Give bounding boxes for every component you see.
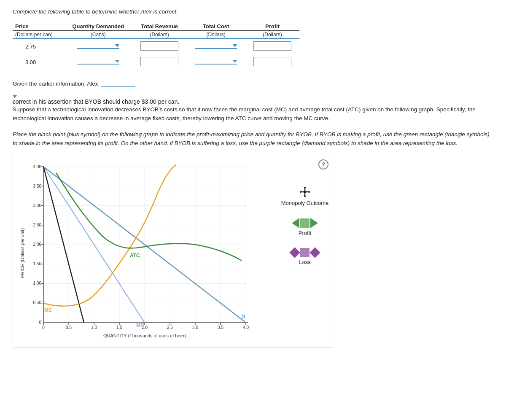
profit-input-cell-1 <box>245 38 299 54</box>
qty-dropdown-1[interactable] <box>77 44 119 49</box>
qty-dropdown-2[interactable] <box>77 60 119 65</box>
y-tick-350: 3.50 <box>33 184 42 188</box>
svg-point-41 <box>308 191 310 193</box>
cost-dropdown-arrow-1[interactable] <box>233 44 237 47</box>
alex-paragraph: Given the earlier information, Alex <box>13 79 493 89</box>
svg-point-38 <box>304 187 306 188</box>
graph-inner: PRICE (Dollars per unit) <box>18 160 328 343</box>
chart-area: PRICE (Dollars per unit) <box>18 160 263 343</box>
profit-rect <box>300 218 310 228</box>
cost-dropdown-cell-1 <box>186 38 245 54</box>
monopoly-label: Monopoly Outcome <box>281 200 329 206</box>
legend-loss: Loss <box>271 248 339 265</box>
x-tick-25: 2.5 <box>167 325 173 330</box>
para1: Suppose that a technological innovation … <box>13 105 493 123</box>
y-tick-400: 4.00 <box>33 164 42 169</box>
data-table: Price Quantity Demanded Total Revenue To… <box>13 22 299 70</box>
col-cost-subheader: (Dollars) <box>186 31 245 38</box>
y-tick-300: 3.00 <box>33 203 42 208</box>
col-cost-header: Total Cost <box>186 22 245 31</box>
x-axis-label: QUANTITY (Thousands of cans of beer) <box>103 333 186 338</box>
svg-point-37 <box>304 191 306 193</box>
y-tick-250: 2.50 <box>33 223 42 227</box>
col-revenue-header: Total Revenue <box>132 22 186 31</box>
help-button[interactable]: ? <box>318 159 328 170</box>
x-tick-05: 0.5 <box>66 325 72 330</box>
legend-profit: Profit <box>271 218 339 236</box>
profit-label: Profit <box>299 230 311 236</box>
y-tick-100: 1.00 <box>33 281 42 285</box>
x-tick-10: 1.0 <box>91 325 97 330</box>
legend: Monopoly Outcome Profit Loss <box>271 160 339 343</box>
atc-label: ATC <box>130 253 140 258</box>
x-tick-15: 1.5 <box>116 325 122 330</box>
chart-svg[interactable]: PRICE (Dollars per unit) <box>18 160 263 342</box>
legend-monopoly: Monopoly Outcome <box>271 186 339 206</box>
x-tick-30: 3.0 <box>192 325 198 330</box>
col-price-subheader: (Dollars per can) <box>13 31 64 38</box>
table-row: 2.75 <box>13 38 299 54</box>
cost-dropdown-1[interactable] <box>195 44 237 49</box>
profit-tri-left <box>292 218 299 228</box>
price-cell-2: 3.00 <box>13 54 64 70</box>
svg-point-39 <box>304 195 306 197</box>
price-cell-1: 2.75 <box>13 38 64 54</box>
mc-label: MC <box>44 307 52 313</box>
col-qty-header: Quantity Demanded <box>64 22 133 31</box>
qty-dropdown-arrow-1[interactable] <box>115 44 119 47</box>
qty-dropdown-arrow-2[interactable] <box>115 60 119 63</box>
loss-diamond-left <box>289 247 300 258</box>
x-tick-0: 0 <box>42 325 45 330</box>
monopoly-icon <box>299 186 311 198</box>
cost-dropdown-cell-2 <box>186 54 245 70</box>
svg-point-40 <box>300 191 301 193</box>
x-tick-35: 3.5 <box>218 325 223 330</box>
revenue-input-1[interactable] <box>140 41 178 51</box>
col-profit-subheader: (Dollars) <box>245 31 299 38</box>
mr-label: MR <box>136 322 144 328</box>
alex-dropdown-arrow[interactable] <box>13 95 17 98</box>
loss-icon <box>291 248 319 257</box>
crosshair-svg <box>299 186 311 198</box>
revenue-input-cell-2 <box>132 54 186 70</box>
d-label: D <box>242 314 245 320</box>
y-tick-150: 1.50 <box>33 261 42 266</box>
profit-input-2[interactable] <box>253 57 291 66</box>
col-profit-header: Profit <box>245 22 299 31</box>
revenue-input-2[interactable] <box>140 57 178 66</box>
col-revenue-subheader: (Dollars) <box>132 31 186 38</box>
qty-dropdown-cell-1 <box>64 38 133 54</box>
loss-diamond-right <box>310 247 320 258</box>
revenue-input-cell-1 <box>132 38 186 54</box>
para2: Place the black point (plus symbol) on t… <box>13 130 493 148</box>
qty-dropdown-cell-2 <box>64 54 133 70</box>
instructions: Complete the following table to determin… <box>13 8 493 15</box>
y-axis-label: PRICE (Dollars per unit) <box>20 228 25 278</box>
x-tick-40: 4.0 <box>243 325 249 330</box>
y-tick-0: 0 <box>39 320 41 325</box>
y-tick-050: 0.50 <box>33 300 42 305</box>
table-row: 3.00 <box>13 54 299 70</box>
col-price-header: Price <box>13 22 64 31</box>
alex-dropdown[interactable] <box>101 86 135 87</box>
alex-text-before: Given the earlier information, Alex <box>13 81 98 87</box>
loss-label: Loss <box>299 259 310 265</box>
profit-input-1[interactable] <box>253 41 291 51</box>
cost-dropdown-arrow-2[interactable] <box>233 60 237 63</box>
profit-input-cell-2 <box>245 54 299 70</box>
alex-text-after: correct in his assertion that BYOB shoul… <box>13 98 179 105</box>
loss-rect <box>300 248 310 257</box>
profit-tri-right <box>310 218 318 228</box>
graph-container: ? PRICE (Dollars per unit) <box>13 155 333 347</box>
col-qty-subheader: (Cans) <box>64 31 133 38</box>
y-tick-200: 2.00 <box>33 242 42 247</box>
profit-icon <box>292 218 318 228</box>
cost-dropdown-2[interactable] <box>195 60 237 65</box>
